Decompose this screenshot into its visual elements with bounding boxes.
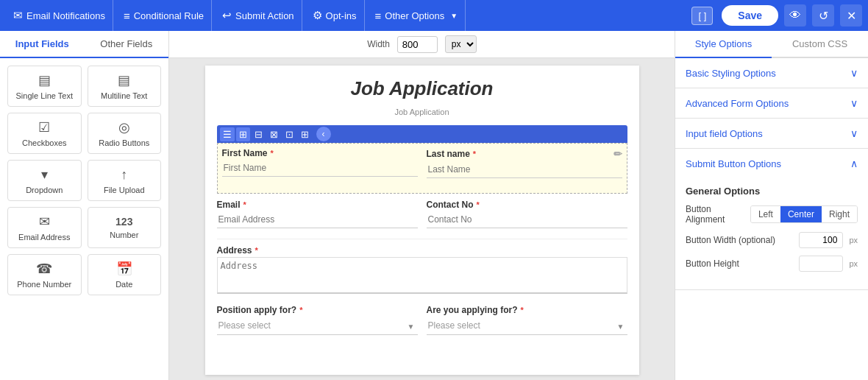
address-section: Address *	[217, 245, 627, 296]
chevron-up-icon: ∧	[850, 158, 858, 169]
multiline-icon: ▤	[118, 72, 130, 88]
first-name-col: First Name *	[222, 148, 418, 178]
nav-submit-action[interactable]: ↩ Submit Action	[215, 0, 302, 31]
applying-select[interactable]: Please select	[427, 317, 627, 335]
align-left-button[interactable]: Left	[751, 206, 780, 222]
accordion-input-field: Input field Options ∨	[675, 119, 868, 149]
field-checkboxes[interactable]: ☑ Checkboxes	[7, 113, 82, 154]
row-tb-grid3[interactable]: ⊟	[252, 127, 266, 141]
row-tb-grid1[interactable]: ☰	[220, 127, 235, 141]
field-dropdown[interactable]: ▾ Dropdown	[7, 160, 82, 201]
email-icon: ✉	[13, 9, 23, 22]
applying-select-wrapper: Please select ▼	[427, 317, 627, 335]
position-col: Position apply for? * Please select ▼	[217, 305, 418, 335]
alignment-label: Button Alignment	[686, 204, 744, 225]
email-field-icon: ✉	[39, 214, 50, 230]
nav-other-options[interactable]: ≡ Other Options ▼	[368, 0, 466, 31]
accordion-submit-button: Submit Button Options ∧ General Options …	[675, 149, 868, 290]
width-input[interactable]	[397, 36, 438, 53]
applying-col: Are you applying for? * Please select ▼	[427, 305, 627, 335]
radio-icon: ◎	[118, 119, 130, 136]
right-tabs: Style Options Custom CSS	[675, 31, 868, 58]
field-multiline-text[interactable]: ▤ Multiline Text	[88, 66, 162, 107]
field-radio-buttons[interactable]: ◎ Radio Buttons	[88, 113, 162, 154]
chevron-down-icon-2: ∨	[850, 97, 858, 109]
canvas-area: Width px % Job Application Job Applicati…	[169, 31, 675, 380]
tab-style-options[interactable]: Style Options	[675, 31, 772, 58]
close-button[interactable]: ✕	[840, 4, 862, 27]
bracket-button[interactable]: [ ]	[691, 7, 713, 25]
address-textarea[interactable]	[217, 257, 627, 294]
row-container-1: ☰ ⊞ ⊟ ⊠ ⊡ ⊞ ‹ First Name	[217, 125, 627, 194]
save-button[interactable]: Save	[722, 5, 778, 26]
contact-input[interactable]	[427, 211, 627, 228]
align-right-button[interactable]: Right	[822, 206, 857, 222]
row-tb-close[interactable]: ‹	[316, 127, 331, 141]
field-single-line-text[interactable]: ▤ Single Line Text	[7, 66, 82, 107]
number-icon: 123	[115, 216, 132, 228]
accordion-input-header[interactable]: Input field Options ∨	[675, 119, 868, 148]
row-tb-grid4[interactable]: ⊠	[267, 127, 281, 141]
align-center-button[interactable]: Center	[780, 206, 822, 222]
row-tb-grid5[interactable]: ⊡	[282, 127, 296, 141]
accordion-advanced-header[interactable]: Advanced Form Options ∨	[675, 88, 868, 118]
refresh-button[interactable]: ↺	[812, 4, 834, 27]
accordion-submit-body: General Options Button Alignment Left Ce…	[675, 178, 868, 289]
button-width-input[interactable]	[799, 232, 843, 248]
button-height-label: Button Height	[686, 258, 793, 269]
required-star-1: *	[271, 149, 274, 158]
contact-col: Contact No *	[427, 200, 627, 228]
alignment-btn-group: Left Center Right	[750, 205, 858, 223]
row-tb-grid2[interactable]: ⊞	[236, 127, 250, 141]
name-row: First Name * Last name * ✏	[222, 148, 622, 178]
form-canvas: Job Application Job Application ☰ ⊞ ⊟ ⊠ …	[205, 66, 639, 375]
dropdown-icon: ▾	[41, 166, 48, 183]
tab-custom-css[interactable]: Custom CSS	[772, 31, 868, 57]
field-number[interactable]: 123 Number	[88, 207, 162, 248]
field-date[interactable]: 📅 Date	[88, 254, 162, 295]
accordion-submit-header[interactable]: Submit Button Options ∧	[675, 149, 868, 178]
edit-icon-1[interactable]: ✏	[613, 148, 622, 160]
right-panel: Style Options Custom CSS Basic Styling O…	[675, 31, 868, 380]
field-phone-number[interactable]: ☎ Phone Number	[7, 254, 82, 295]
optin-icon: ⚙	[313, 9, 322, 22]
email-input[interactable]	[217, 211, 418, 228]
highlighted-row: First Name * Last name * ✏	[217, 143, 627, 194]
tab-other-fields[interactable]: Other Fields	[85, 31, 169, 57]
nav-optins[interactable]: ⚙ Opt-ins	[305, 0, 365, 31]
last-name-col: Last name * ✏	[427, 148, 622, 178]
row-toolbar: ☰ ⊞ ⊟ ⊠ ⊡ ⊞ ‹	[217, 125, 627, 143]
email-contact-row: Email * Contact No *	[217, 200, 627, 228]
form-title: Job Application	[217, 77, 627, 100]
first-name-input[interactable]	[222, 160, 418, 177]
last-name-input[interactable]	[427, 161, 622, 178]
breadcrumb: Job Application	[217, 108, 627, 116]
first-name-label: First Name *	[222, 148, 418, 158]
required-star-6: *	[299, 306, 302, 314]
tab-input-fields[interactable]: Input Fields	[0, 31, 85, 58]
nav-conditional-rule[interactable]: ≡ Conditional Rule	[116, 0, 212, 31]
nav-email-notifications[interactable]: ✉ Email Notifications	[6, 0, 113, 31]
single-line-icon: ▤	[38, 72, 51, 88]
button-height-input[interactable]	[799, 256, 843, 272]
row-tb-grid6[interactable]: ⊞	[298, 127, 312, 141]
phone-icon: ☎	[36, 261, 52, 277]
position-row: Position apply for? * Please select ▼	[217, 305, 627, 335]
accordion-basic-header[interactable]: Basic Styling Options ∨	[675, 58, 868, 88]
position-select[interactable]: Please select	[217, 317, 418, 335]
upload-icon: ↑	[121, 167, 127, 183]
required-star-2: *	[473, 149, 476, 158]
main-layout: Input Fields Other Fields ▤ Single Line …	[0, 31, 868, 380]
other-icon: ≡	[375, 10, 382, 22]
chevron-down-icon: ▼	[450, 12, 458, 20]
required-star-4: *	[477, 200, 480, 209]
preview-button[interactable]: 👁	[784, 4, 806, 27]
field-file-upload[interactable]: ↑ File Upload	[88, 160, 162, 201]
field-email-address[interactable]: ✉ Email Address	[7, 207, 82, 248]
button-width-row: Button Width (optional) px	[686, 232, 858, 248]
unit-select[interactable]: px %	[445, 35, 477, 53]
general-options-title: General Options	[686, 186, 858, 197]
field-grid: ▤ Single Line Text ▤ Multiline Text ☑ Ch…	[0, 58, 168, 303]
applying-label: Are you applying for? *	[427, 305, 627, 315]
conditional-icon: ≡	[124, 10, 130, 22]
